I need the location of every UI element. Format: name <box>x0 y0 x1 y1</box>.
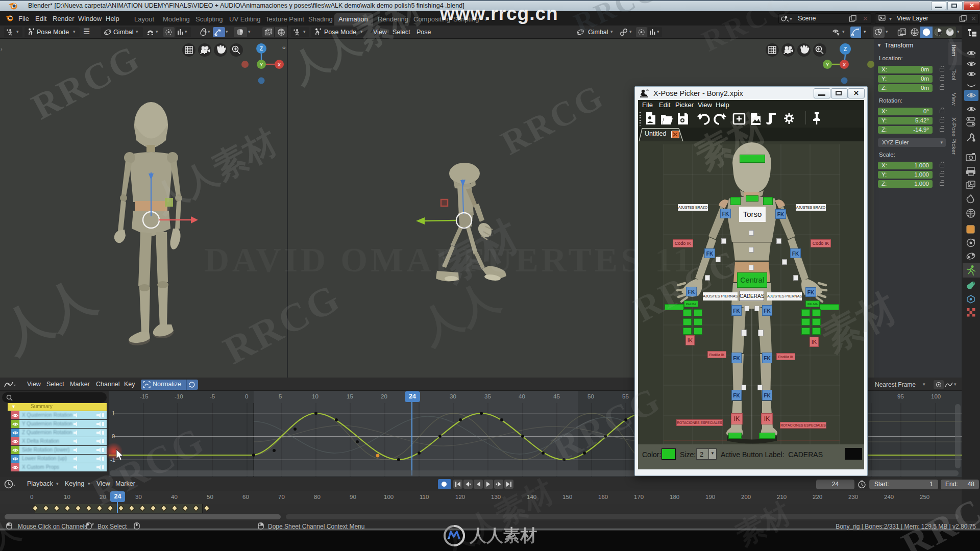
svg-text:Z: Z <box>844 46 847 52</box>
svg-text:Y: Y <box>260 62 263 67</box>
svg-text:0: 0 <box>112 433 115 439</box>
svg-text:X: X <box>278 62 281 67</box>
svg-text:Z: Z <box>260 46 263 52</box>
svg-text:X: X <box>843 62 846 67</box>
svg-text:Y: Y <box>826 62 829 67</box>
svg-text:1: 1 <box>112 410 115 416</box>
